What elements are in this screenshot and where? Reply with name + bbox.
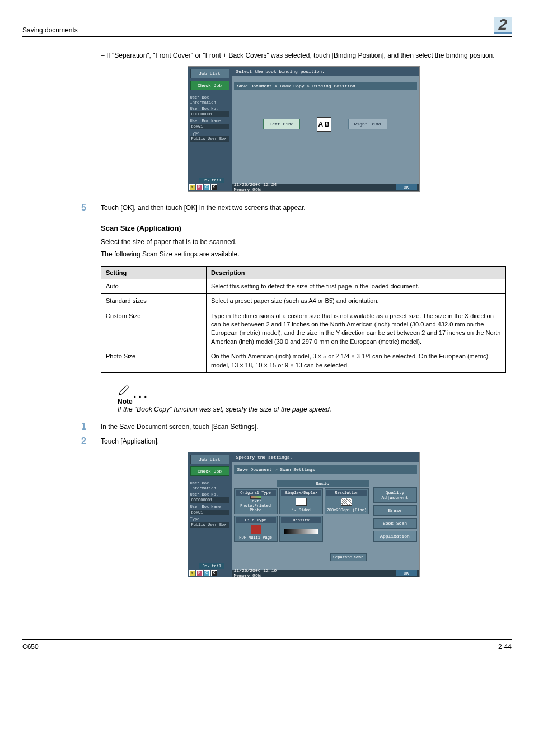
ok-button-2[interactable]: OK [396, 570, 417, 576]
footer-status: 11/20/2006 12:24 Memory 99% [234, 182, 277, 192]
bullet-paragraph: – If "Separation", "Front Cover" or "Fro… [101, 51, 506, 60]
empty-cell [325, 516, 368, 542]
breadcrumb-2: Save Document > Scan Settings [234, 465, 417, 474]
paragraph-2: The following Scan Size settings are ava… [101, 249, 506, 259]
chapter-number: 2 [494, 17, 512, 34]
original-type-button[interactable]: Original TypeText/ Photo:Printed Photo [234, 488, 278, 514]
table-row: Select a preset paper size (such as A4 o… [206, 294, 505, 309]
screenshot-binding-position: Job List Check Job User Box Information … [188, 66, 420, 192]
toner-m: M [196, 570, 203, 576]
section-heading-scan-size: Scan Size (Application) [101, 224, 506, 232]
note-dots: ... [133, 391, 149, 396]
ok-button[interactable]: OK [396, 184, 417, 190]
left-bind-button[interactable]: Left Bind [263, 119, 299, 129]
userbox-type-2: TypePublic User Box [190, 516, 229, 528]
table-row: Auto [101, 279, 207, 293]
density-button[interactable]: Density [279, 516, 323, 542]
toner-c: C [204, 184, 210, 190]
step-5-text: Touch [OK], and then touch [OK] in the n… [101, 203, 306, 213]
book-scan-button[interactable]: Book Scan [373, 518, 417, 529]
instruction-text-2: Specify the settings. [232, 452, 419, 462]
table-row: Type in the dimensions of a custom size … [206, 309, 505, 349]
toner-y: Y [189, 184, 195, 190]
step-2-number: 2 [81, 436, 86, 446]
note-block: ... Note If the "Book Copy" function was… [118, 384, 506, 413]
settings-table: Setting Description AutoSelect this sett… [101, 266, 506, 373]
userbox-type: TypePublic User Box [190, 130, 229, 142]
note-label: Note [118, 398, 506, 405]
note-text: If the "Book Copy" function was set, spe… [118, 405, 506, 413]
th-setting: Setting [101, 266, 207, 279]
instruction-text: Select the book binding position. [232, 67, 419, 76]
toner-c: C [204, 570, 210, 576]
footer-model: C650 [22, 643, 39, 651]
detail-button-2[interactable]: De- tail [199, 563, 225, 569]
table-row: Select this setting to detect the size o… [206, 279, 505, 293]
check-job-button-2[interactable]: Check Job [190, 466, 229, 476]
basic-tab[interactable]: Basic [277, 480, 369, 487]
screenshot-scan-settings: Job List Check Job User Box Information … [188, 452, 420, 577]
userbox-no: User Box No.000000001 [190, 106, 229, 117]
step-2-text: Touch [Application]. [101, 436, 159, 446]
right-bind-button[interactable]: Right Bind [348, 119, 387, 129]
binding-preview-icon: A B [317, 117, 331, 132]
simplex-duplex-button[interactable]: Simplex/Duplex1- Sided [279, 488, 323, 514]
toner-k: K [211, 184, 217, 190]
userbox-name: User Box Namebox01 [190, 118, 229, 129]
step-5-number: 5 [81, 203, 86, 213]
quality-adjustment-button[interactable]: Quality Adjustment [373, 487, 417, 503]
userbox-name-2: User Box Namebox01 [190, 504, 229, 515]
step-1-text: In the Save Document screen, touch [Scan… [101, 422, 259, 432]
application-button[interactable]: Application [373, 531, 417, 542]
header-title: Saving documents [22, 26, 78, 34]
toner-bar: Y M C K [188, 184, 217, 191]
footer-page: 2-44 [498, 643, 512, 651]
table-row: Photo Size [101, 349, 207, 373]
file-type-button[interactable]: File TypePDF Multi Page [234, 516, 278, 542]
breadcrumb: Save Document > Book Copy > Binding Posi… [234, 82, 417, 90]
job-list-button[interactable]: Job List [190, 69, 229, 78]
step-1-number: 1 [81, 422, 86, 432]
detail-button[interactable]: De- tail [199, 178, 225, 183]
toner-m: M [196, 184, 203, 190]
table-row: Standard sizes [101, 294, 207, 309]
userbox-info-2: User Box Information [190, 480, 229, 491]
separate-scan-button[interactable]: Separate Scan [330, 553, 367, 561]
paragraph-1: Select the size of paper that is to be s… [101, 237, 506, 247]
table-row: On the North American (inch) model, 3 × … [206, 349, 505, 373]
note-icon [118, 384, 130, 396]
erase-button[interactable]: Erase [373, 505, 417, 516]
toner-bar-2: Y M C K [188, 570, 217, 577]
userbox-info: User Box Information [190, 95, 229, 105]
table-row: Custom Size [101, 309, 207, 349]
toner-y: Y [189, 570, 195, 576]
resolution-button[interactable]: Resolution200x200dpi (Fine) [325, 488, 368, 514]
pdf-icon [251, 525, 261, 534]
toner-k: K [211, 570, 217, 576]
userbox-no-2: User Box No.000000001 [190, 492, 229, 503]
footer-status-2: 11/20/2006 12:19 Memory 99% [234, 568, 277, 578]
th-description: Description [206, 266, 505, 279]
check-job-button[interactable]: Check Job [190, 81, 229, 90]
job-list-button-2[interactable]: Job List [190, 455, 229, 464]
